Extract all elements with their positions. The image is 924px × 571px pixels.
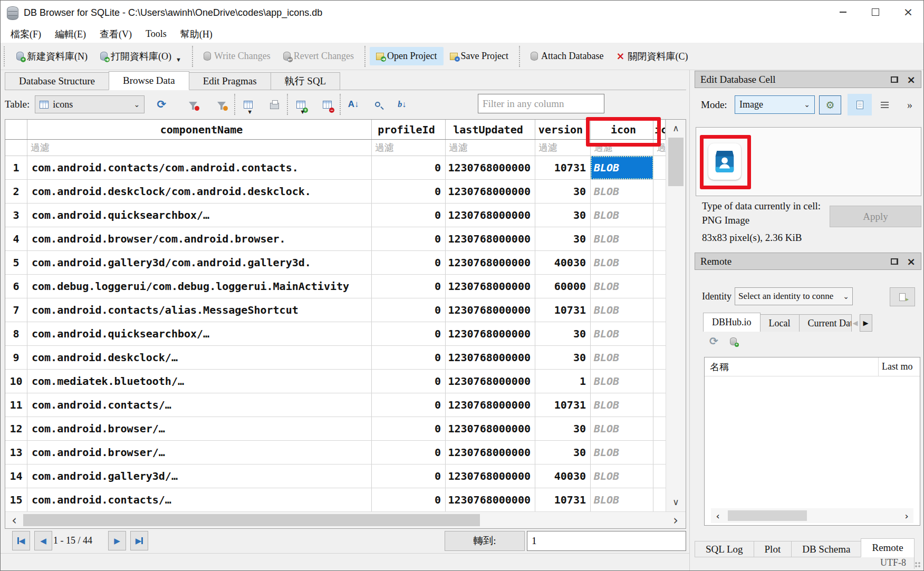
cell-lastUpdated[interactable]: 1230768000000 xyxy=(446,204,535,227)
vertical-scroll-thumb[interactable] xyxy=(668,138,684,186)
cell-lastUpdated[interactable]: 1230768000000 xyxy=(446,488,535,511)
cell-lastUpdated[interactable]: 1230768000000 xyxy=(446,251,535,274)
table-row[interactable]: 4 com.android.browser/com.android.browse… xyxy=(5,227,666,251)
replace-button[interactable]: b↓ xyxy=(393,96,410,113)
cell-profileId[interactable]: 0 xyxy=(372,275,446,298)
toolbar-drag-handle[interactable] xyxy=(4,46,8,66)
save-table-button[interactable]: ▼ xyxy=(239,96,256,113)
cell-componentName[interactable]: com.debug.loggerui/com.debug.loggerui.Ma… xyxy=(27,275,372,298)
first-record-button[interactable]: ◀ xyxy=(12,531,30,550)
menu-view[interactable]: 查看(V) xyxy=(93,26,139,42)
close-panel-icon[interactable]: × xyxy=(907,256,916,267)
tab-browse-data[interactable]: Browse Data xyxy=(109,71,189,90)
cell-icon[interactable]: BLOB xyxy=(591,275,653,298)
cell-version[interactable]: 30 xyxy=(535,204,591,227)
col-header-version[interactable]: version xyxy=(535,120,591,139)
cell-profileId[interactable]: 0 xyxy=(372,298,446,322)
cell-componentName[interactable]: com.mediatek.bluetooth/… xyxy=(27,370,372,393)
table-row[interactable]: 11 com.android.contacts/… 0 123076800000… xyxy=(5,393,666,417)
remote-refresh-icon[interactable]: ⟳ xyxy=(709,335,718,347)
sort-button[interactable]: A↓ xyxy=(345,96,362,113)
vertical-scrollbar[interactable]: ∧ ∨ xyxy=(666,120,686,511)
cell-componentName[interactable]: com.android.browser/… xyxy=(27,441,372,464)
goto-input[interactable] xyxy=(527,531,686,551)
table-row[interactable]: 5 com.android.gallery3d/com.android.gall… xyxy=(5,251,666,275)
col-header-componentName[interactable]: componentName xyxy=(27,120,372,139)
open-database-dropdown-icon[interactable]: ▼ xyxy=(176,56,181,63)
cell-profileId[interactable]: 0 xyxy=(372,156,446,179)
cell-componentName[interactable]: com.android.gallery3d/… xyxy=(27,464,372,488)
filter-componentName[interactable]: 過濾 xyxy=(27,140,372,156)
scroll-right-icon[interactable]: › xyxy=(900,510,913,521)
cell-version[interactable]: 30 xyxy=(535,417,591,440)
clear-filters-button[interactable] xyxy=(185,96,201,113)
cell-version[interactable]: 40030 xyxy=(535,464,591,488)
cell-icon[interactable]: BLOB xyxy=(591,346,653,369)
cell-version[interactable]: 40030 xyxy=(535,251,591,274)
cell-lastUpdated[interactable]: 1230768000000 xyxy=(446,417,535,440)
insert-record-button[interactable]: +▼ xyxy=(292,96,309,113)
identity-import-button[interactable] xyxy=(890,287,915,306)
print-button[interactable] xyxy=(266,96,283,113)
open-project-button[interactable]: ➜ Open Project xyxy=(370,47,443,65)
cell-lastUpdated[interactable]: 1230768000000 xyxy=(446,227,535,250)
cell-profileId[interactable]: 0 xyxy=(372,464,446,488)
cell-profileId[interactable]: 0 xyxy=(372,370,446,393)
tab-database-structure[interactable]: Database Structure xyxy=(5,72,109,90)
cell-componentName[interactable]: com.android.contacts/com.android.contact… xyxy=(27,156,372,179)
cell-profileId[interactable]: 0 xyxy=(372,180,446,203)
cell-componentName[interactable]: com.android.deskclock/com.android.deskcl… xyxy=(27,180,372,203)
table-row[interactable]: 12 com.android.browser/… 0 1230768000000… xyxy=(5,417,666,441)
col-header-lastUpdated[interactable]: lastUpdated xyxy=(446,120,535,139)
horizontal-scroll-thumb[interactable] xyxy=(23,514,480,526)
cell-profileId[interactable]: 0 xyxy=(372,441,446,464)
previous-record-button[interactable]: ◀ xyxy=(34,531,52,550)
write-changes-button[interactable]: Write Changes xyxy=(197,47,277,65)
cell-lastUpdated[interactable]: 1230768000000 xyxy=(446,346,535,369)
clone-database-icon[interactable]: + xyxy=(730,337,737,345)
cell-componentName[interactable]: com.android.deskclock/… xyxy=(27,346,372,369)
dock-tab-db-schema[interactable]: DB Schema xyxy=(791,541,861,557)
table-row[interactable]: 1 com.android.contacts/com.android.conta… xyxy=(5,156,666,180)
cell-version[interactable]: 10731 xyxy=(535,298,591,322)
close-button[interactable]: × xyxy=(892,1,924,24)
menu-edit[interactable]: 編輯(E) xyxy=(48,26,93,42)
cell-icon[interactable]: BLOB xyxy=(591,464,653,488)
float-panel-icon[interactable] xyxy=(891,76,898,83)
menu-tools[interactable]: Tools xyxy=(139,27,174,41)
table-row[interactable]: 6 com.debug.loggerui/com.debug.loggerui.… xyxy=(5,275,666,298)
cell-lastUpdated[interactable]: 1230768000000 xyxy=(446,298,535,322)
cell-componentName[interactable]: com.android.quicksearchbox/… xyxy=(27,204,372,227)
remote-col-last-modified[interactable]: Last mo xyxy=(879,361,920,372)
close-panel-icon[interactable]: × xyxy=(907,74,916,85)
col-header-profileId[interactable]: profileId xyxy=(372,120,446,139)
mode-select[interactable]: Image ⌄ xyxy=(735,95,815,114)
text-mode-button[interactable] xyxy=(848,94,872,115)
tab-scroll-left-icon[interactable]: ◀ xyxy=(851,319,860,327)
table-row[interactable]: 9 com.android.deskclock/… 0 123076800000… xyxy=(5,346,666,370)
menu-file[interactable]: 檔案(F) xyxy=(4,26,48,42)
cell-icon[interactable]: BLOB xyxy=(591,156,653,179)
cell-profileId[interactable]: 0 xyxy=(372,393,446,417)
cell-version[interactable]: 30 xyxy=(535,346,591,369)
table-row[interactable]: 15 com.android.contacts/… 0 123076800000… xyxy=(5,488,666,511)
cell-componentName[interactable]: com.android.contacts/… xyxy=(27,393,372,417)
cell-componentName[interactable]: com.android.quicksearchbox/… xyxy=(27,322,372,345)
cell-lastUpdated[interactable]: 1230768000000 xyxy=(446,275,535,298)
cell-icon[interactable]: BLOB xyxy=(591,441,653,464)
cell-componentName[interactable]: com.android.contacts/alias.MessageShortc… xyxy=(27,298,372,322)
cell-version[interactable]: 60000 xyxy=(535,275,591,298)
more-tools-button[interactable]: » xyxy=(900,95,919,114)
minimize-button[interactable] xyxy=(826,1,859,24)
new-database-button[interactable]: + 新建資料庫(N) xyxy=(10,46,94,66)
cell-icon[interactable]: BLOB xyxy=(591,417,653,440)
table-select[interactable]: icons ⌄ xyxy=(35,95,145,113)
remote-tab-local[interactable]: Local xyxy=(760,314,800,332)
cell-profileId[interactable]: 0 xyxy=(372,251,446,274)
scroll-right-icon[interactable]: › xyxy=(668,512,684,528)
cell-profileId[interactable]: 0 xyxy=(372,346,446,369)
table-row[interactable]: 13 com.android.browser/… 0 1230768000000… xyxy=(5,441,666,464)
last-record-button[interactable]: ▶ xyxy=(130,531,148,550)
maximize-button[interactable] xyxy=(859,1,892,24)
table-row[interactable]: 7 com.android.contacts/alias.MessageShor… xyxy=(5,298,666,322)
